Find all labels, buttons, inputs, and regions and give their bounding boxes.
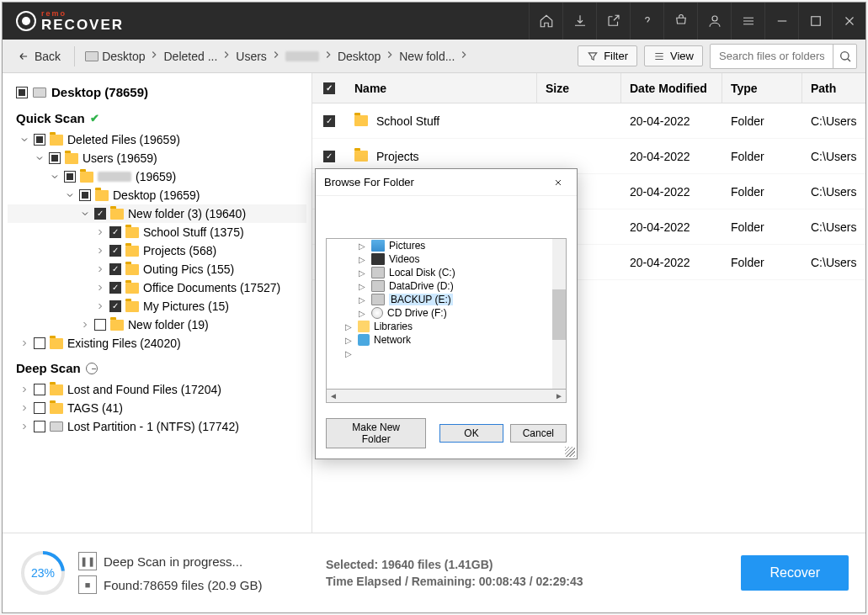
checkbox-icon[interactable] — [109, 226, 121, 238]
expand-icon[interactable]: ▷ — [345, 322, 354, 331]
checkbox-icon[interactable] — [109, 263, 121, 275]
expand-icon[interactable] — [65, 190, 75, 200]
expand-icon[interactable]: ▷ — [359, 295, 367, 305]
tree-item[interactable]: Lost Partition - 1 (NTFS) (17742) — [8, 417, 306, 436]
filter-button[interactable]: Filter — [578, 45, 637, 66]
checkbox-icon[interactable] — [94, 319, 106, 331]
expand-icon[interactable] — [95, 301, 105, 311]
header-type[interactable]: Type — [722, 73, 802, 103]
expand-icon[interactable] — [95, 246, 105, 256]
expand-icon[interactable] — [19, 135, 29, 145]
dialog-tree-item[interactable]: ▷CD Drive (F:) — [327, 306, 566, 320]
view-button[interactable]: View — [644, 45, 703, 66]
breadcrumb-item[interactable]: Desktop — [82, 48, 148, 65]
checkbox-icon[interactable] — [94, 208, 106, 220]
tree-item[interactable]: Users (19659) — [8, 149, 306, 167]
close-icon[interactable] — [832, 3, 865, 40]
ok-button[interactable]: OK — [439, 424, 503, 443]
checkbox-icon[interactable] — [109, 300, 121, 312]
cancel-button[interactable]: Cancel — [510, 424, 567, 443]
checkbox-icon[interactable] — [109, 282, 121, 294]
header-name[interactable]: Name — [346, 73, 537, 103]
expand-icon[interactable] — [95, 283, 105, 293]
header-path[interactable]: Path — [802, 73, 865, 103]
tree-item[interactable]: TAGS (41) — [8, 399, 306, 417]
tree-item[interactable]: My Pictures (15) — [8, 297, 306, 315]
tree-item[interactable]: Outing Pics (155) — [8, 260, 306, 278]
scroll-right-icon[interactable]: ► — [552, 391, 566, 400]
tree-item[interactable]: New folder (19) — [8, 315, 306, 334]
expand-icon[interactable]: ▷ — [359, 309, 367, 318]
checkbox-icon[interactable] — [34, 134, 45, 146]
breadcrumb-item[interactable]: New fold... — [396, 48, 458, 65]
dialog-tree-item[interactable]: ▷DataDrive (D:) — [327, 279, 566, 293]
tree-item[interactable]: (19659) — [8, 167, 306, 186]
home-icon[interactable] — [529, 3, 562, 40]
expand-icon[interactable]: ▷ — [359, 241, 367, 251]
menu-icon[interactable] — [731, 3, 764, 40]
header-size[interactable]: Size — [537, 73, 621, 103]
breadcrumb-item[interactable]: Deleted ... — [160, 48, 221, 65]
breadcrumb-item[interactable]: Desktop — [334, 48, 384, 65]
checkbox-icon[interactable] — [16, 87, 28, 98]
tree-item[interactable]: Projects (568) — [8, 241, 306, 260]
checkbox-icon[interactable] — [34, 337, 45, 349]
dialog-tree-item[interactable]: ▷ — [327, 347, 566, 360]
checkbox-icon[interactable] — [34, 421, 45, 432]
import-icon[interactable] — [562, 3, 596, 40]
search-input[interactable] — [711, 45, 833, 66]
dialog-scroll-thumb[interactable] — [552, 289, 566, 340]
expand-icon[interactable]: ▷ — [345, 349, 354, 358]
dialog-resizer[interactable] — [565, 447, 575, 457]
table-row[interactable]: School Stuff20-04-2022FolderC:\Users — [312, 103, 865, 139]
export-icon[interactable] — [596, 3, 630, 40]
make-folder-button[interactable]: Make New Folder — [326, 418, 426, 448]
minimize-icon[interactable] — [764, 3, 798, 40]
tree-item[interactable]: Lost and Found Files (17204) — [8, 380, 306, 399]
breadcrumb-item[interactable]: Users — [232, 48, 270, 65]
dialog-tree-item[interactable]: ▷Pictures — [327, 239, 566, 252]
dialog-tree-item[interactable]: ▷Local Disk (C:) — [327, 266, 566, 279]
recover-button[interactable]: Recover — [741, 555, 849, 591]
row-checkbox[interactable] — [323, 115, 335, 127]
stop-button[interactable]: ■ — [78, 575, 97, 594]
sidebar-root[interactable]: Desktop (78659) — [8, 82, 306, 103]
row-checkbox[interactable] — [323, 151, 335, 162]
tree-item[interactable]: Desktop (19659) — [8, 186, 306, 204]
dialog-folder-tree[interactable]: ▷Pictures▷Videos▷Local Disk (C:)▷DataDri… — [326, 238, 567, 390]
expand-icon[interactable] — [95, 264, 105, 274]
expand-icon[interactable] — [80, 209, 90, 219]
back-button[interactable]: Back — [11, 46, 67, 66]
checkbox-icon[interactable] — [64, 171, 76, 183]
expand-icon[interactable]: ▷ — [359, 268, 367, 278]
search-button[interactable] — [833, 45, 856, 68]
checkbox-icon[interactable] — [34, 402, 45, 414]
header-checkbox[interactable] — [323, 82, 335, 94]
help-icon[interactable] — [630, 3, 663, 40]
expand-icon[interactable] — [35, 153, 45, 163]
tree-item[interactable]: Office Documents (17527) — [8, 278, 306, 297]
expand-icon[interactable] — [19, 384, 29, 395]
expand-icon[interactable] — [50, 172, 60, 182]
dialog-tree-item[interactable]: ▷BACKUP (E:) — [327, 293, 566, 306]
checkbox-icon[interactable] — [79, 189, 91, 201]
expand-icon[interactable]: ▷ — [345, 336, 354, 345]
expand-icon[interactable]: ▷ — [359, 255, 367, 264]
tree-item[interactable]: School Stuff (1375) — [8, 223, 306, 241]
expand-icon[interactable]: ▷ — [359, 282, 367, 291]
tree-item[interactable]: New folder (3) (19640) — [8, 204, 306, 223]
pause-button[interactable]: ❚❚ — [78, 552, 97, 570]
dialog-tree-item[interactable]: ▷Videos — [327, 252, 566, 266]
expand-icon[interactable] — [19, 338, 29, 348]
tree-item[interactable]: Existing Files (24020) — [8, 334, 306, 353]
expand-icon[interactable] — [19, 421, 29, 432]
checkbox-icon[interactable] — [109, 245, 121, 257]
checkbox-icon[interactable] — [34, 384, 45, 395]
maximize-icon[interactable] — [798, 3, 832, 40]
dialog-hscroll[interactable]: ◄ ► — [326, 390, 567, 403]
scroll-left-icon[interactable]: ◄ — [327, 391, 340, 400]
header-date[interactable]: Date Modified — [621, 73, 722, 103]
user-icon[interactable] — [697, 3, 731, 40]
dialog-tree-item[interactable]: ▷Libraries — [327, 320, 566, 333]
breadcrumb-item[interactable] — [282, 50, 322, 63]
